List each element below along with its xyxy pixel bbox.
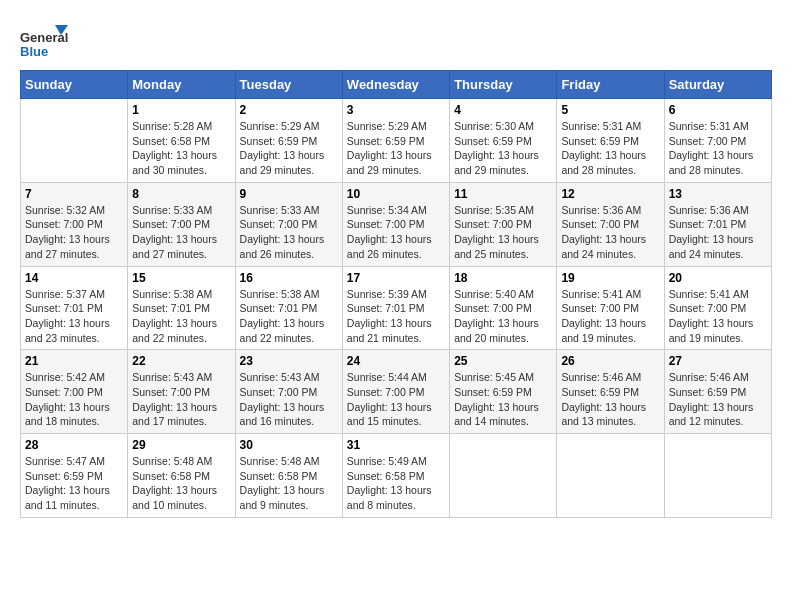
calendar-cell: 11Sunrise: 5:35 AM Sunset: 7:00 PM Dayli…: [450, 182, 557, 266]
day-number: 27: [669, 354, 767, 368]
day-info: Sunrise: 5:48 AM Sunset: 6:58 PM Dayligh…: [132, 454, 230, 513]
day-info: Sunrise: 5:48 AM Sunset: 6:58 PM Dayligh…: [240, 454, 338, 513]
day-number: 2: [240, 103, 338, 117]
day-info: Sunrise: 5:44 AM Sunset: 7:00 PM Dayligh…: [347, 370, 445, 429]
logo-svg: GeneralBlue: [20, 20, 75, 60]
logo: GeneralBlue: [20, 20, 75, 60]
day-number: 9: [240, 187, 338, 201]
day-number: 3: [347, 103, 445, 117]
day-number: 28: [25, 438, 123, 452]
day-number: 14: [25, 271, 123, 285]
calendar-cell: 25Sunrise: 5:45 AM Sunset: 6:59 PM Dayli…: [450, 350, 557, 434]
day-number: 7: [25, 187, 123, 201]
day-info: Sunrise: 5:32 AM Sunset: 7:00 PM Dayligh…: [25, 203, 123, 262]
day-number: 6: [669, 103, 767, 117]
day-info: Sunrise: 5:41 AM Sunset: 7:00 PM Dayligh…: [669, 287, 767, 346]
calendar-cell: 28Sunrise: 5:47 AM Sunset: 6:59 PM Dayli…: [21, 434, 128, 518]
day-info: Sunrise: 5:45 AM Sunset: 6:59 PM Dayligh…: [454, 370, 552, 429]
day-header-sunday: Sunday: [21, 71, 128, 99]
day-info: Sunrise: 5:46 AM Sunset: 6:59 PM Dayligh…: [561, 370, 659, 429]
week-row-3: 14Sunrise: 5:37 AM Sunset: 7:01 PM Dayli…: [21, 266, 772, 350]
day-number: 15: [132, 271, 230, 285]
calendar-cell: 2Sunrise: 5:29 AM Sunset: 6:59 PM Daylig…: [235, 99, 342, 183]
day-number: 25: [454, 354, 552, 368]
day-number: 12: [561, 187, 659, 201]
day-number: 17: [347, 271, 445, 285]
day-info: Sunrise: 5:34 AM Sunset: 7:00 PM Dayligh…: [347, 203, 445, 262]
calendar-cell: [664, 434, 771, 518]
day-info: Sunrise: 5:33 AM Sunset: 7:00 PM Dayligh…: [240, 203, 338, 262]
day-number: 4: [454, 103, 552, 117]
day-number: 13: [669, 187, 767, 201]
day-header-tuesday: Tuesday: [235, 71, 342, 99]
day-info: Sunrise: 5:35 AM Sunset: 7:00 PM Dayligh…: [454, 203, 552, 262]
day-info: Sunrise: 5:37 AM Sunset: 7:01 PM Dayligh…: [25, 287, 123, 346]
day-number: 18: [454, 271, 552, 285]
calendar-cell: 4Sunrise: 5:30 AM Sunset: 6:59 PM Daylig…: [450, 99, 557, 183]
day-number: 31: [347, 438, 445, 452]
day-header-friday: Friday: [557, 71, 664, 99]
week-row-2: 7Sunrise: 5:32 AM Sunset: 7:00 PM Daylig…: [21, 182, 772, 266]
svg-text:General: General: [20, 30, 68, 45]
day-info: Sunrise: 5:39 AM Sunset: 7:01 PM Dayligh…: [347, 287, 445, 346]
calendar-cell: [21, 99, 128, 183]
calendar-cell: 9Sunrise: 5:33 AM Sunset: 7:00 PM Daylig…: [235, 182, 342, 266]
calendar-cell: 30Sunrise: 5:48 AM Sunset: 6:58 PM Dayli…: [235, 434, 342, 518]
day-header-wednesday: Wednesday: [342, 71, 449, 99]
day-info: Sunrise: 5:36 AM Sunset: 7:01 PM Dayligh…: [669, 203, 767, 262]
day-number: 26: [561, 354, 659, 368]
day-info: Sunrise: 5:47 AM Sunset: 6:59 PM Dayligh…: [25, 454, 123, 513]
week-row-4: 21Sunrise: 5:42 AM Sunset: 7:00 PM Dayli…: [21, 350, 772, 434]
day-number: 29: [132, 438, 230, 452]
day-info: Sunrise: 5:43 AM Sunset: 7:00 PM Dayligh…: [240, 370, 338, 429]
calendar-table: SundayMondayTuesdayWednesdayThursdayFrid…: [20, 70, 772, 518]
calendar-cell: 21Sunrise: 5:42 AM Sunset: 7:00 PM Dayli…: [21, 350, 128, 434]
calendar-cell: 24Sunrise: 5:44 AM Sunset: 7:00 PM Dayli…: [342, 350, 449, 434]
day-number: 10: [347, 187, 445, 201]
day-info: Sunrise: 5:29 AM Sunset: 6:59 PM Dayligh…: [347, 119, 445, 178]
day-info: Sunrise: 5:38 AM Sunset: 7:01 PM Dayligh…: [132, 287, 230, 346]
week-row-1: 1Sunrise: 5:28 AM Sunset: 6:58 PM Daylig…: [21, 99, 772, 183]
calendar-cell: 13Sunrise: 5:36 AM Sunset: 7:01 PM Dayli…: [664, 182, 771, 266]
day-number: 1: [132, 103, 230, 117]
day-number: 19: [561, 271, 659, 285]
calendar-cell: 8Sunrise: 5:33 AM Sunset: 7:00 PM Daylig…: [128, 182, 235, 266]
day-info: Sunrise: 5:28 AM Sunset: 6:58 PM Dayligh…: [132, 119, 230, 178]
day-info: Sunrise: 5:33 AM Sunset: 7:00 PM Dayligh…: [132, 203, 230, 262]
day-info: Sunrise: 5:49 AM Sunset: 6:58 PM Dayligh…: [347, 454, 445, 513]
calendar-cell: [557, 434, 664, 518]
day-info: Sunrise: 5:46 AM Sunset: 6:59 PM Dayligh…: [669, 370, 767, 429]
day-number: 24: [347, 354, 445, 368]
day-number: 22: [132, 354, 230, 368]
calendar-cell: [450, 434, 557, 518]
day-info: Sunrise: 5:41 AM Sunset: 7:00 PM Dayligh…: [561, 287, 659, 346]
calendar-cell: 10Sunrise: 5:34 AM Sunset: 7:00 PM Dayli…: [342, 182, 449, 266]
calendar-cell: 27Sunrise: 5:46 AM Sunset: 6:59 PM Dayli…: [664, 350, 771, 434]
calendar-cell: 19Sunrise: 5:41 AM Sunset: 7:00 PM Dayli…: [557, 266, 664, 350]
calendar-cell: 22Sunrise: 5:43 AM Sunset: 7:00 PM Dayli…: [128, 350, 235, 434]
day-info: Sunrise: 5:29 AM Sunset: 6:59 PM Dayligh…: [240, 119, 338, 178]
day-number: 20: [669, 271, 767, 285]
calendar-cell: 29Sunrise: 5:48 AM Sunset: 6:58 PM Dayli…: [128, 434, 235, 518]
calendar-cell: 15Sunrise: 5:38 AM Sunset: 7:01 PM Dayli…: [128, 266, 235, 350]
day-number: 11: [454, 187, 552, 201]
calendar-cell: 23Sunrise: 5:43 AM Sunset: 7:00 PM Dayli…: [235, 350, 342, 434]
calendar-cell: 16Sunrise: 5:38 AM Sunset: 7:01 PM Dayli…: [235, 266, 342, 350]
day-info: Sunrise: 5:31 AM Sunset: 6:59 PM Dayligh…: [561, 119, 659, 178]
day-info: Sunrise: 5:38 AM Sunset: 7:01 PM Dayligh…: [240, 287, 338, 346]
calendar-cell: 1Sunrise: 5:28 AM Sunset: 6:58 PM Daylig…: [128, 99, 235, 183]
day-number: 23: [240, 354, 338, 368]
calendar-cell: 17Sunrise: 5:39 AM Sunset: 7:01 PM Dayli…: [342, 266, 449, 350]
day-info: Sunrise: 5:42 AM Sunset: 7:00 PM Dayligh…: [25, 370, 123, 429]
calendar-cell: 20Sunrise: 5:41 AM Sunset: 7:00 PM Dayli…: [664, 266, 771, 350]
header: GeneralBlue: [20, 20, 772, 60]
week-row-5: 28Sunrise: 5:47 AM Sunset: 6:59 PM Dayli…: [21, 434, 772, 518]
day-number: 5: [561, 103, 659, 117]
calendar-cell: 31Sunrise: 5:49 AM Sunset: 6:58 PM Dayli…: [342, 434, 449, 518]
day-info: Sunrise: 5:36 AM Sunset: 7:00 PM Dayligh…: [561, 203, 659, 262]
svg-text:Blue: Blue: [20, 44, 48, 59]
calendar-cell: 12Sunrise: 5:36 AM Sunset: 7:00 PM Dayli…: [557, 182, 664, 266]
day-header-thursday: Thursday: [450, 71, 557, 99]
day-header-saturday: Saturday: [664, 71, 771, 99]
day-header-monday: Monday: [128, 71, 235, 99]
